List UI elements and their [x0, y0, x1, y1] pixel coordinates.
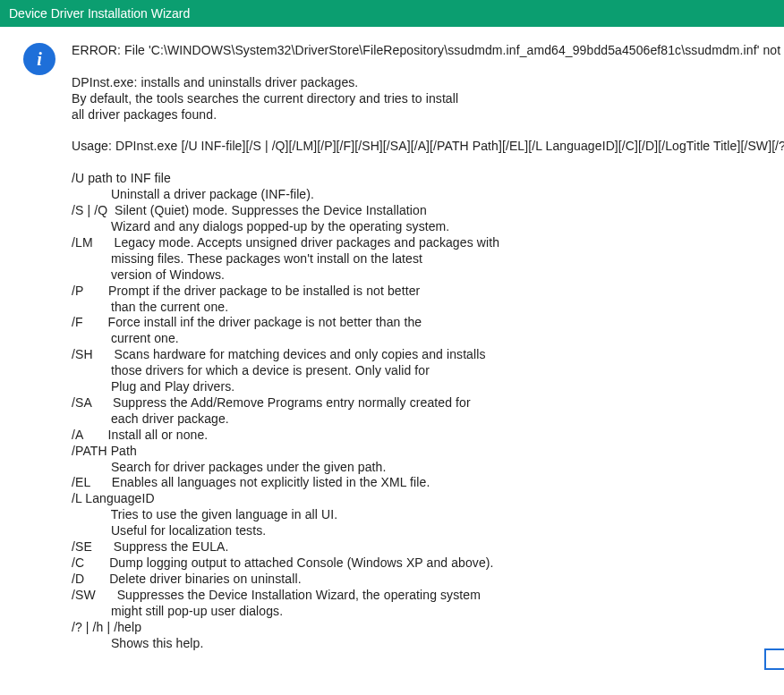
opt-l: Useful for localization tests. [72, 523, 266, 538]
opt-u: /U path to INF file [72, 171, 171, 185]
opt-a: /A Install all or none. [72, 428, 208, 442]
opt-lm: missing files. These packages won't inst… [72, 251, 422, 266]
opt-f: /F Force install inf the driver package … [72, 315, 422, 329]
opt-sa: /SA Suppress the Add/Remove Programs ent… [72, 395, 471, 410]
dpinst-desc-3: all driver packages found. [72, 107, 217, 122]
opt-l: /L LanguageID [72, 491, 155, 505]
opt-sw: /SW Suppresses the Device Installation W… [72, 588, 481, 602]
dialog-button-partial[interactable] [764, 648, 784, 670]
opt-sq: /S | /Q Silent (Quiet) mode. Suppresses … [72, 203, 427, 217]
opt-d: /D Delete driver binaries on uninstall. [72, 572, 302, 586]
dialog-client-area: i ERROR: File 'C:\WINDOWS\System32\Drive… [0, 27, 784, 679]
opt-sh: Plug and Play drivers. [72, 379, 234, 394]
opt-p: than the current one. [72, 300, 228, 314]
opt-se: /SE Suppress the EULA. [72, 539, 228, 554]
opt-sq: Wizard and any dialogs popped-up by the … [72, 219, 449, 233]
opt-path: /PATH Path [72, 444, 137, 458]
dpinst-desc-2: By default, the tools searches the curre… [72, 91, 458, 106]
opt-el: /EL Enables all languages not explicitly… [72, 475, 430, 489]
opt-p: /P Prompt if the driver package to be in… [72, 284, 420, 298]
opt-f: current one. [72, 331, 179, 345]
opt-help: Shows this help. [72, 636, 203, 650]
opt-sh: /SH Scans hardware for matching devices … [72, 347, 486, 361]
opt-c: /C Dump logging output to attached Conso… [72, 555, 494, 570]
dpinst-desc-1: DPInst.exe: installs and uninstalls driv… [72, 75, 358, 89]
error-line: ERROR: File 'C:\WINDOWS\System32\DriverS… [72, 43, 784, 57]
info-icon: i [23, 43, 55, 75]
opt-help: /? | /h | /help [72, 620, 141, 634]
window-titlebar[interactable]: Device Driver Installation Wizard [0, 0, 784, 27]
opt-lm: /LM Legacy mode. Accepts unsigned driver… [72, 235, 499, 250]
usage-line: Usage: DPInst.exe [/U INF-file][/S | /Q]… [72, 139, 784, 153]
opt-sw: might still pop-up user dialogs. [72, 604, 283, 618]
opt-l: Tries to use the given language in all U… [72, 507, 337, 521]
opt-sh: those drivers for which a device is pres… [72, 363, 430, 377]
opt-lm: version of Windows. [72, 267, 225, 282]
opt-u: Uninstall a driver package (INF-file). [72, 187, 314, 201]
message-text: ERROR: File 'C:\WINDOWS\System32\DriverS… [72, 43, 784, 651]
info-icon-glyph: i [37, 49, 42, 70]
window-title: Device Driver Installation Wizard [9, 6, 190, 21]
opt-path: Search for driver packages under the giv… [72, 460, 386, 474]
opt-sa: each driver package. [72, 411, 229, 426]
